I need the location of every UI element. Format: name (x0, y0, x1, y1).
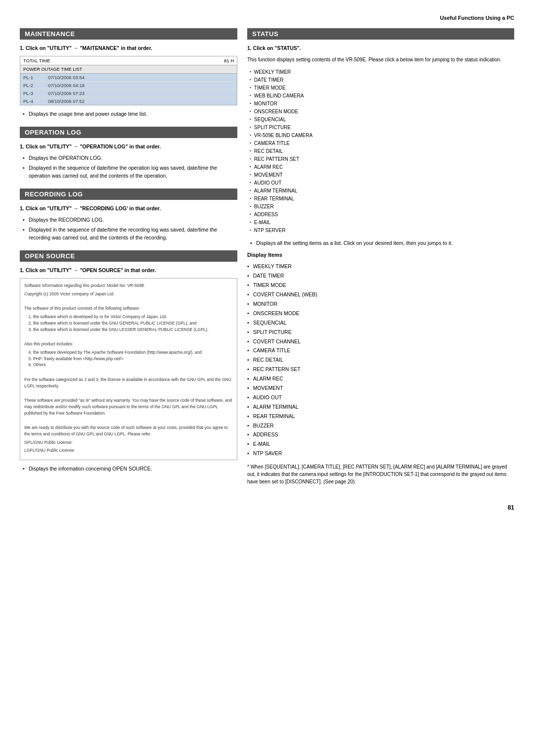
table-row: PL-4 08/10/2006 07:52 (20, 97, 237, 105)
display-item: ALARM REC (247, 374, 514, 383)
display-item: ADDRESS (247, 430, 514, 439)
maintenance-title: MAINTENANCE (20, 28, 237, 40)
os-list-item: PHP: freely available from <http://www.p… (33, 356, 233, 362)
status-item: ONSCREEN MODE (250, 108, 514, 116)
status-item: WEEKLY TIMER (250, 68, 514, 76)
table-row: PL-1 07/10/2006 03:54 (20, 74, 237, 82)
display-item: BUZZER (247, 421, 514, 430)
operation-log-bullet-2: Displayed in the sequence of date/time t… (29, 164, 237, 180)
os-line: GPL/GNU Public License: (24, 439, 233, 446)
status-item: ALARM REC (250, 163, 514, 171)
os-line: Also this product includes: (24, 341, 233, 347)
recording-log-instruction: 1. Click on "UTILITY" → "RECORDING LOG' … (20, 205, 237, 212)
display-item: DATE TIMER (247, 271, 514, 281)
maintenance-section: MAINTENANCE 1. Click on "UTILITY" → "MAI… (20, 28, 237, 118)
status-item: WEB BLIND CAMERA (250, 92, 514, 100)
display-item: ONSCREEN MODE (247, 309, 514, 318)
display-item: AUDIO OUT (247, 393, 514, 402)
display-item: ALARM TERMINAL (247, 402, 514, 412)
row-id: PL-1 (20, 74, 45, 81)
maintenance-table: TOTAL TIME 81 H POWER OUTAGE TIME LIST P… (20, 56, 237, 105)
operation-log-bullet-1: Displays the OPERATION LOG. (29, 154, 237, 162)
total-time-label: TOTAL TIME (23, 58, 50, 63)
status-item: SEQUENCIAL (250, 116, 514, 124)
open-source-box: Software information regarding this prod… (20, 278, 237, 460)
status-item: E-MAIL (250, 219, 514, 227)
os-list-item: the software developed by The Apache Sof… (33, 349, 233, 356)
row-id: PL-3 (20, 90, 45, 97)
display-item: REC PATTERN SET (247, 365, 514, 374)
recording-log-title: RECORDING LOG (20, 189, 237, 200)
status-section: STATUS 1. Click on "STATUS". This functi… (247, 28, 514, 485)
os-list-item: the software which is licensed under the… (33, 320, 233, 327)
os-list: the software which is developed by or fo… (33, 314, 233, 332)
os-line: Copyright (c) 2005 Victor company of Jap… (24, 291, 233, 297)
display-item: CAMERA TITLE (247, 346, 514, 355)
status-item: SPLIT PICTURE (250, 124, 514, 132)
row-date: 07/10/2006 07:23 (45, 90, 237, 97)
os-list-item: the software which is licensed under the… (33, 327, 233, 333)
status-item: DATE TIMER (250, 76, 514, 84)
display-items-title: Display Items (247, 252, 514, 258)
right-column: STATUS 1. Click on "STATUS". This functi… (247, 28, 514, 494)
display-item: SPLIT PICTURE (247, 328, 514, 337)
operation-log-section: OPERATION LOG 1. Click on "UTILITY" → "O… (20, 127, 237, 180)
maintenance-instruction: 1. Click on "UTILITY" → "MAITENANCE" in … (20, 45, 237, 52)
status-item: BUZZER (250, 203, 514, 211)
page-number: 81 (20, 504, 514, 511)
recording-log-section: RECORDING LOG 1. Click on "UTILITY" → "R… (20, 189, 237, 241)
row-id: PL-4 (20, 97, 45, 105)
power-outage-header: POWER OUTAGE TIME LIST (20, 65, 237, 74)
status-items-list: WEEKLY TIMER DATE TIMER TIMER MODE WEB B… (250, 68, 514, 235)
recording-log-bullet-1: Displays the RECORDING LOG. (29, 216, 237, 224)
status-item: REC DETAIL (250, 147, 514, 155)
table-row: PL-3 07/10/2006 07:23 (20, 90, 237, 97)
status-item: ADDRESS (250, 211, 514, 219)
open-source-section: OPEN SOURCE 1. Click on "UTILITY" → "OPE… (20, 250, 237, 472)
status-item: TIMER MODE (250, 84, 514, 92)
status-item: MOVEMENT (250, 171, 514, 179)
open-source-title: OPEN SOURCE (20, 250, 237, 262)
os-line: These software are provided "as is" with… (24, 397, 233, 416)
status-item: REC PATTERN SET (250, 155, 514, 163)
status-item: REAR TERMINAL (250, 195, 514, 203)
display-item: COVERT CHANNEL (WEB) (247, 290, 514, 299)
os-line: Software information regarding this prod… (24, 283, 233, 289)
display-items-list: WEEKLY TIMER DATE TIMER TIMER MODE COVER… (247, 262, 514, 458)
status-item: AUDIO OUT (250, 179, 514, 187)
display-item: SEQUENCIAL (247, 318, 514, 328)
display-item: TIMER MODE (247, 281, 514, 290)
os-list-item: the software which is developed by or fo… (33, 314, 233, 320)
row-date: 07/10/2006 03:54 (45, 74, 237, 81)
status-after-list-bullet: Displays all the setting items as a list… (256, 239, 514, 247)
page-header: Useful Functions Using a PC (20, 15, 514, 21)
total-time-value: 81 H (224, 58, 234, 63)
left-column: MAINTENANCE 1. Click on "UTILITY" → "MAI… (20, 28, 237, 494)
display-item: WEEKLY TIMER (247, 262, 514, 271)
display-item: MOVEMENT (247, 383, 514, 393)
status-item: CAMERA TITLE (250, 140, 514, 147)
row-date: 08/10/2006 07:52 (45, 97, 237, 105)
os-line: For the software categorized as 2 and 3,… (24, 377, 233, 389)
operation-log-title: OPERATION LOG (20, 127, 237, 138)
table-row: PL-2 07/10/2006 04:18 (20, 82, 237, 90)
row-date: 07/10/2006 04:18 (45, 82, 237, 89)
display-item: MONITOR (247, 299, 514, 309)
os-list: the software developed by The Apache Sof… (33, 349, 233, 368)
row-id: PL-2 (20, 82, 45, 89)
os-line: We are ready to distribute you with the … (24, 425, 233, 437)
recording-log-bullet-2: Displayed in the sequence of date/time t… (29, 226, 237, 242)
status-instruction: 1. Click on "STATUS". (247, 45, 514, 52)
status-title: STATUS (247, 28, 514, 40)
status-intro: This function displays setting contents … (247, 56, 514, 63)
os-line: LGPL/GNU Public License: (24, 447, 233, 454)
display-item: REAR TERMINAL (247, 412, 514, 421)
total-time-row: TOTAL TIME 81 H (20, 56, 237, 65)
status-item: ALARM TERMINAL (250, 187, 514, 195)
display-item: REC DETAIL (247, 355, 514, 365)
operation-log-instruction: 1. Click on "UTILITY" → "OPERATION LOG" … (20, 143, 237, 150)
display-item: COVERT CHANNEL (247, 337, 514, 346)
open-source-instruction: 1. Click on "UTILITY" → "OPEN SOURCE" in… (20, 267, 237, 274)
os-list-item: Others (33, 362, 233, 368)
os-line: The software of this product consists of… (24, 305, 233, 312)
